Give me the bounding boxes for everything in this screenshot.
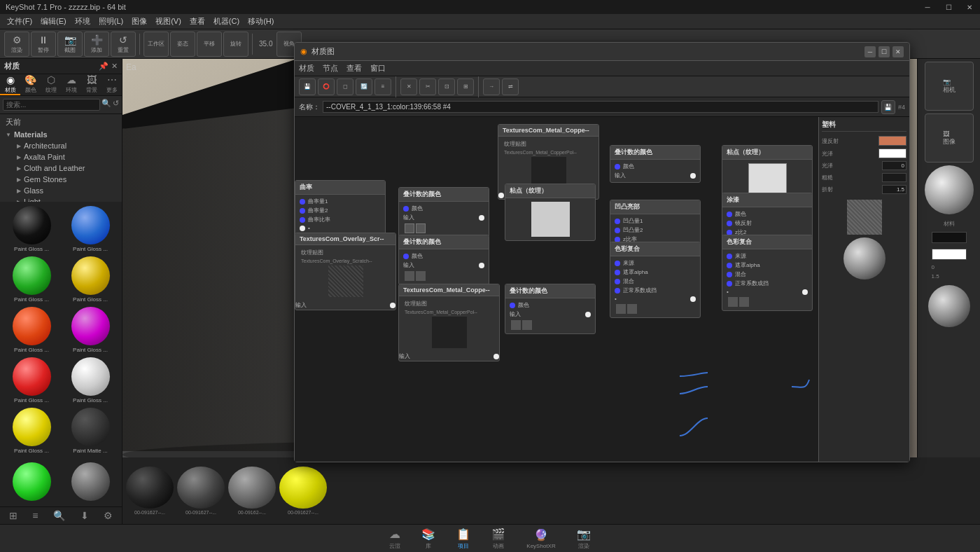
gloss-input[interactable] — [882, 161, 906, 170]
node-stack-color-tr[interactable]: 叠计数的颜色 颜色 输入 — [610, 145, 701, 183]
menu-machine[interactable]: 机器(C) — [209, 15, 244, 28]
tool-keyshot-xr[interactable]: 🔮 KeyShotXR — [526, 528, 555, 549]
dmenu-material[interactable]: 材质 — [299, 63, 314, 74]
menu-light[interactable]: 照明(L) — [94, 15, 127, 28]
tree-materials-root[interactable]: ▼ Materials — [0, 129, 122, 140]
cc2-ctrl2[interactable] — [739, 297, 749, 307]
tab-material[interactable]: ◉ 材质 — [0, 74, 20, 95]
menu-file[interactable]: 文件(F) — [3, 15, 36, 28]
sidebar-close-button[interactable]: ✕ — [111, 62, 118, 71]
mat-green[interactable]: Paint Gloss ... — [3, 255, 60, 304]
name-save-btn[interactable]: 💾 — [881, 100, 895, 114]
node-ctrl-btn2[interactable] — [416, 223, 426, 233]
mat-gold[interactable]: Paint Gloss ... — [62, 255, 119, 304]
node-stack-color-3[interactable]: 叠计数的颜色 颜色 输入 — [505, 284, 596, 334]
dt-btn-3[interactable]: ◻ — [337, 78, 354, 95]
image-button[interactable]: 🖼图像 — [925, 113, 974, 163]
tab-color[interactable]: 🎨 颜色 — [20, 74, 41, 95]
tool-cloud[interactable]: ☁ 云渲 — [389, 527, 400, 550]
tab-texture[interactable]: ⬡ 纹理 — [41, 74, 61, 95]
mat-blue[interactable]: Paint Gloss ... — [62, 205, 119, 254]
tab-env[interactable]: ☁ 环境 — [61, 74, 81, 95]
menu-image[interactable]: 图像 — [127, 15, 151, 28]
graph-canvas[interactable]: TexturesCom_Metal_Coppe-- 纹理贴图 TexturesC… — [295, 117, 818, 462]
add-button[interactable]: ➕ 添加 — [84, 32, 109, 57]
mat-white[interactable]: Paint Gloss ... — [62, 356, 119, 405]
node-ctrl-btn2[interactable] — [416, 271, 426, 281]
mat-dark-matte[interactable]: Paint Matte ... — [62, 406, 119, 455]
tree-architectural[interactable]: ▶ Architectural — [0, 140, 122, 151]
port-out[interactable] — [498, 193, 504, 198]
dialog-minimize[interactable]: ─ — [864, 46, 876, 57]
menu-edit[interactable]: 编辑(E) — [36, 15, 71, 28]
dt-btn-6[interactable]: ✕ — [400, 78, 417, 95]
maximize-button[interactable]: ☐ — [938, 0, 959, 14]
thumb-4[interactable]: 00-091627--... — [279, 467, 328, 515]
dt-btn-2[interactable]: ⭕ — [318, 78, 335, 95]
thumb-3[interactable]: 00-09162--... — [227, 467, 276, 515]
cc2-ctrl[interactable] — [728, 297, 738, 307]
dt-btn-5[interactable]: ≡ — [374, 78, 391, 95]
tree-light[interactable]: ▶ Light — [0, 196, 122, 202]
mat-purple[interactable]: Paint Gloss ... — [62, 305, 119, 354]
menu-look[interactable]: 查看 — [186, 15, 209, 28]
workspace-button[interactable]: 工作区 — [144, 32, 169, 57]
menu-view[interactable]: 视图(V) — [151, 15, 186, 28]
render-button[interactable]: ⚙ 渲染 — [4, 32, 29, 57]
pan-button[interactable]: 平移 — [197, 32, 222, 57]
tool-animation[interactable]: 🎬 动画 — [491, 527, 505, 550]
dt-btn-1[interactable]: 💾 — [299, 78, 316, 95]
tool-render[interactable]: 📷 渲染 — [577, 527, 591, 550]
tool-library[interactable]: 📚 库 — [421, 527, 435, 550]
search-input[interactable] — [3, 99, 100, 111]
node-ctrl-btn[interactable] — [405, 223, 414, 233]
rotate-button[interactable]: 旋转 — [223, 32, 248, 57]
search-icon[interactable]: 🔍 — [102, 99, 111, 111]
specular-swatch[interactable] — [878, 149, 906, 158]
tree-axalta[interactable]: ▶ Axalta Paint — [0, 151, 122, 163]
refresh-icon[interactable]: ↺ — [113, 99, 119, 111]
node-name-input[interactable] — [323, 101, 878, 113]
close-button[interactable]: ✕ — [959, 0, 980, 14]
mat-orange[interactable]: Paint Gloss ... — [3, 305, 60, 354]
node-texture-overlay[interactable]: TexturesCom_Overlay_Scr-- 纹理贴图 TexturesC… — [295, 233, 396, 310]
camera-button[interactable]: 📷相机 — [925, 62, 974, 111]
dt-btn-4[interactable]: 🔃 — [356, 78, 372, 95]
dmenu-nodes[interactable]: 节点 — [323, 63, 338, 74]
pose-button[interactable]: 姿态 — [170, 32, 195, 57]
tree-glass[interactable]: ▶ Glass — [0, 185, 122, 196]
screenshot-button[interactable]: 📷 截图 — [57, 32, 83, 57]
rough-input[interactable] — [882, 173, 906, 182]
node-ctrl-btn2[interactable] — [522, 320, 532, 330]
color-swatch-black[interactable] — [932, 232, 967, 243]
minimize-button[interactable]: ─ — [917, 0, 938, 14]
tree-gem[interactable]: ▶ Gem Stones — [0, 174, 122, 185]
dt-btn-10[interactable]: → — [483, 78, 500, 95]
tree-cloth[interactable]: ▶ Cloth and Leather — [0, 163, 122, 174]
dt-btn-11[interactable]: ⇌ — [502, 78, 519, 95]
reset-button[interactable]: ↺ 重置 — [111, 32, 136, 57]
menu-env[interactable]: 环境 — [71, 15, 94, 28]
cc-ctrl[interactable] — [616, 304, 626, 314]
node-sticky-top[interactable]: 粘点（纹理） — [505, 184, 596, 241]
dt-btn-8[interactable]: ⊡ — [438, 78, 455, 95]
tool-project[interactable]: 📋 项目 — [456, 527, 470, 550]
node-ctrl-btn[interactable] — [511, 320, 521, 330]
node-ctrl-btn[interactable] — [405, 271, 414, 281]
mat-black[interactable]: Paint Gloss ... — [3, 205, 60, 254]
dmenu-window[interactable]: 窗口 — [370, 63, 386, 74]
tab-bg[interactable]: 🖼 背景 — [81, 74, 102, 95]
node-colorcomp-1[interactable]: 色彩复合 来源 遮罩alpha 混合 正常系数成挡 • — [610, 242, 701, 318]
dt-btn-7[interactable]: ✂ — [419, 78, 436, 95]
node-stack-color-2[interactable]: 叠计数的颜色 颜色 输入 — [398, 235, 489, 285]
thumb-2[interactable]: 00-091627--... — [176, 467, 225, 515]
node-texture-metal-2[interactable]: TexturesCom_Metal_Coppe-- 纹理贴图 TexturesC… — [398, 284, 500, 361]
refrac-input[interactable] — [882, 185, 906, 194]
tab-more[interactable]: ⋯ 更多 — [102, 74, 122, 95]
cc-ctrl2[interactable] — [627, 304, 637, 314]
node-colorcomp-2[interactable]: 色彩复合 来源 遮罩alpha 混合 正常系数成挡 • — [722, 235, 813, 311]
diffuse-swatch[interactable] — [878, 136, 906, 146]
node-stack-color-1[interactable]: 叠计数的颜色 颜色 输入 — [398, 187, 489, 237]
sidebar-pin-button[interactable]: 📌 — [99, 62, 108, 71]
pause-button[interactable]: ⏸ 暂停 — [31, 32, 56, 57]
